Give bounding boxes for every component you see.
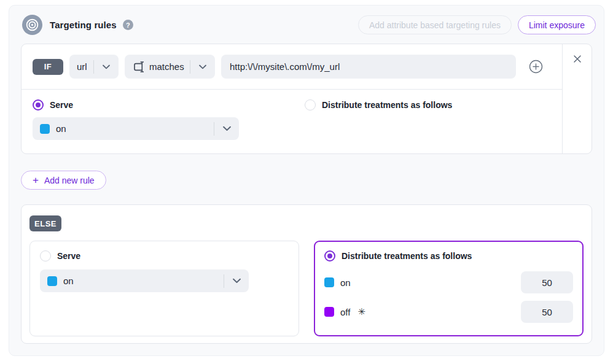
string-matcher-icon (132, 61, 145, 72)
default-rule-options: Serve on Distribute treatments as follow… (29, 241, 584, 336)
page-title: Targeting rules (50, 20, 117, 30)
default-distribute-radio[interactable]: Distribute treatments as follows (324, 250, 573, 261)
treatment-name: on (340, 277, 351, 288)
header-actions: Add attribute based targeting rules Limi… (358, 15, 596, 34)
treatment-row: on (324, 271, 573, 293)
add-attribute-rules-button[interactable]: Add attribute based targeting rules (358, 15, 512, 34)
default-serve-label: Serve (57, 251, 80, 261)
treatment-name: off (340, 307, 350, 317)
add-new-rule-label: Add new rule (44, 176, 95, 185)
delete-rule-button[interactable] (571, 55, 584, 68)
targeting-rules-panel: Targeting rules ? Add attribute based ta… (9, 5, 604, 356)
serve-section: Serve on Distribute treatments as (21, 89, 562, 153)
else-badge: ELSE (29, 215, 61, 231)
targeting-rule-card: IF url matches (21, 44, 592, 154)
default-serve-treatment-select[interactable]: on (40, 269, 249, 292)
attribute-select-value: url (77, 61, 87, 72)
limit-exposure-button[interactable]: Limit exposure (518, 15, 596, 34)
add-new-rule-button[interactable]: + Add new rule (21, 171, 106, 190)
attribute-select[interactable]: url (69, 55, 119, 79)
treatment-percent-input[interactable] (521, 301, 573, 323)
add-condition-button[interactable] (529, 60, 543, 74)
help-icon[interactable]: ? (123, 20, 133, 30)
condition-row: IF url matches (21, 44, 562, 89)
distribute-radio[interactable]: Distribute treatments as follows (305, 99, 551, 110)
treatment-color-swatch (47, 276, 57, 286)
radio-selected-icon (33, 99, 44, 110)
serve-radio[interactable]: Serve (33, 99, 305, 110)
plus-icon: + (33, 175, 39, 185)
rule-side-column (562, 44, 592, 153)
radio-unselected-icon (40, 250, 51, 261)
treatment-color-swatch (40, 124, 50, 134)
treatment-color-swatch (324, 277, 334, 287)
distribute-label: Distribute treatments as follows (322, 100, 452, 110)
matcher-select[interactable]: matches (125, 55, 215, 79)
matcher-value-input[interactable] (221, 55, 516, 79)
radio-selected-icon (324, 250, 335, 261)
treatment-color-swatch (324, 307, 334, 317)
if-badge: IF (33, 59, 63, 75)
header-left: Targeting rules ? (22, 15, 133, 35)
serve-column: Serve on (33, 99, 305, 153)
default-distribute-box: Distribute treatments as follows on off … (314, 241, 584, 336)
panel-header: Targeting rules ? Add attribute based ta… (9, 6, 604, 44)
serve-treatment-value: on (56, 123, 66, 134)
default-serve-treatment-value: on (63, 276, 74, 286)
treatment-distribution-rows: on off ✳ (324, 271, 573, 323)
chevron-down-icon (94, 64, 119, 69)
chevron-down-icon (214, 126, 239, 131)
default-distribute-label: Distribute treatments as follows (342, 251, 472, 261)
chevron-down-icon (190, 64, 215, 69)
rule-main: IF url matches (21, 44, 562, 153)
chevron-down-icon (224, 278, 249, 284)
matcher-select-value: matches (149, 61, 184, 72)
serve-label: Serve (50, 100, 73, 110)
serve-treatment-select[interactable]: on (33, 117, 239, 140)
distribute-column: Distribute treatments as follows (305, 99, 551, 153)
treatment-row: off ✳ (324, 301, 573, 323)
target-bullseye-icon (22, 15, 42, 35)
radio-unselected-icon (305, 99, 316, 110)
default-rule-card: ELSE Serve on Dis (21, 204, 592, 344)
default-serve-radio[interactable]: Serve (40, 250, 289, 261)
treatment-percent-input[interactable] (521, 271, 573, 293)
default-serve-box: Serve on (29, 241, 299, 336)
default-treatment-asterisk-icon: ✳ (357, 306, 365, 317)
